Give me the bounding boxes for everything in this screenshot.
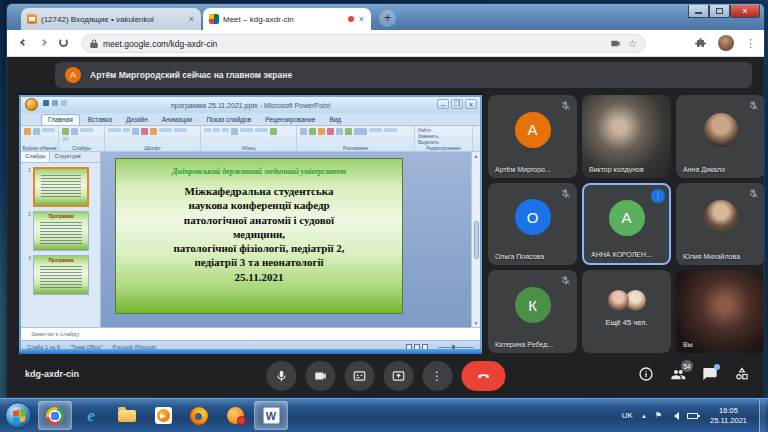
more-options-button[interactable]: ⋮ (422, 361, 452, 391)
participant-tile[interactable]: Юлия Михайлова (676, 183, 765, 266)
participant-tile[interactable]: О Ольга Поясова (488, 183, 577, 266)
address-bar[interactable]: meet.google.com/kdg-axdr-cin ☆ (81, 34, 646, 53)
participants-button[interactable]: 54 (670, 366, 686, 382)
participant-tile[interactable]: А Артём Миргоро... (488, 95, 577, 178)
extensions-icon[interactable] (695, 37, 707, 49)
slide-thumbnail-1[interactable] (33, 167, 89, 207)
quick-access-toolbar[interactable] (43, 100, 67, 106)
recording-dot-icon (348, 16, 354, 22)
tab-view[interactable]: Вид (323, 115, 347, 125)
panel-tab-outline[interactable]: Структура (50, 152, 84, 162)
tab-review[interactable]: Рецензирование (259, 115, 321, 125)
view-buttons[interactable] (406, 344, 428, 350)
participants-count-badge: 54 (681, 360, 693, 372)
taskbar-chrome[interactable] (38, 401, 72, 430)
back-icon[interactable] (20, 39, 27, 46)
ppt-minimize-button[interactable]: – (437, 99, 449, 109)
show-desktop-button[interactable] (759, 399, 766, 432)
leave-call-button[interactable] (461, 361, 505, 391)
avatar-photo (704, 113, 738, 147)
taskbar-firefox[interactable] (182, 401, 216, 430)
tab-animations[interactable]: Анимации (156, 115, 199, 125)
tab-close-icon[interactable]: × (188, 14, 195, 24)
tab-home[interactable]: Главная (41, 114, 80, 125)
ppt-close-button[interactable]: × (465, 99, 477, 109)
participant-tile[interactable]: Виктор колдунов (582, 95, 671, 178)
mic-off-icon (748, 100, 759, 111)
tray-expand-icon[interactable]: ▲ (641, 413, 647, 419)
camera-in-use-icon[interactable] (610, 38, 621, 49)
window-close-button[interactable]: × (730, 5, 760, 18)
forward-icon[interactable] (40, 39, 47, 46)
current-slide: Дніпровський державний медичний універси… (115, 158, 403, 314)
slide-thumbnail-3[interactable]: Программа (33, 255, 89, 295)
reload-icon[interactable] (59, 38, 68, 47)
window-minimize-button[interactable] (688, 5, 709, 18)
tab-title: (12742) Входящие • vakulenkol (41, 15, 184, 24)
slide-thumbnail-2[interactable]: Программа (33, 211, 89, 251)
activities-button[interactable] (734, 366, 750, 382)
profile-avatar[interactable] (718, 35, 734, 51)
chat-button[interactable] (702, 366, 718, 382)
tab-close-icon[interactable]: × (358, 14, 365, 24)
shared-screen[interactable]: программа 25.11.2021.pptx - Microsoft Po… (19, 93, 482, 354)
tab-slideshow[interactable]: Показ слайдов (200, 115, 257, 125)
taskbar-word[interactable]: W (254, 401, 288, 430)
volume-icon[interactable] (670, 412, 679, 420)
taskbar-explorer[interactable] (110, 401, 144, 430)
avatar: А (515, 112, 551, 148)
meet-favicon-icon (209, 14, 219, 24)
status-theme: "Тема Office" (70, 344, 103, 350)
self-view-tile[interactable]: Вы (676, 270, 765, 353)
vertical-scrollbar[interactable]: ▲ ▼ (471, 152, 480, 327)
ribbon-group-paragraph: Абзац (201, 126, 297, 151)
status-slide-count: Слайд 1 из 9 (27, 344, 60, 350)
browser-tab-meet[interactable]: Meet – kdg-axdr-cin × (203, 8, 371, 30)
taskbar-internet-explorer[interactable]: e (74, 401, 108, 430)
presenting-toast: А Артём Миргородский сейчас на главном э… (55, 62, 752, 88)
tab-insert[interactable]: Вставка (82, 115, 118, 125)
desktop: (12742) Входящие • vakulenkol × Meet – k… (0, 0, 768, 432)
browser-menu-icon[interactable]: ⋮ (745, 37, 756, 50)
slide-canvas: Дніпровський державний медичний універси… (101, 152, 480, 327)
taskbar-media-player[interactable]: ▶ (146, 401, 180, 430)
tab-design[interactable]: Дизайн (120, 115, 154, 125)
action-center-flag-icon[interactable]: ⚑ (655, 411, 662, 420)
meeting-details-button[interactable] (638, 366, 654, 382)
window-maximize-button[interactable] (709, 5, 730, 18)
notes-area[interactable]: Заметки к слайду (21, 327, 480, 340)
new-tab-button[interactable]: + (379, 10, 396, 27)
participant-tile[interactable]: К Катерина Ребед... (488, 270, 577, 353)
panel-tab-slides[interactable]: Слайды (21, 152, 50, 162)
browser-tab-mail[interactable]: (12742) Входящие • vakulenkol × (21, 8, 201, 30)
present-button[interactable] (383, 361, 413, 391)
office-button[interactable] (25, 98, 38, 111)
start-button[interactable] (5, 402, 32, 429)
overflow-tile[interactable]: Ещё 45 чел. (582, 270, 671, 353)
battery-icon[interactable] (687, 413, 698, 419)
language-indicator[interactable]: UK (622, 411, 633, 420)
bookmark-star-icon[interactable]: ☆ (628, 38, 637, 49)
zoom-slider[interactable] (438, 347, 474, 348)
captions-button[interactable] (344, 361, 374, 391)
participant-tile-selected[interactable]: А ⋮ АННА КОРОЛЕН... (582, 183, 671, 266)
camera-button[interactable] (305, 361, 335, 391)
tray-clock[interactable]: 16:05 25.11.2021 (706, 406, 751, 426)
toast-avatar: А (65, 67, 81, 83)
participant-tile[interactable]: Анна Дикало (676, 95, 765, 178)
media-player-icon: ▶ (155, 407, 172, 424)
ppt-status-bar: Слайд 1 из 9 "Тема Office" Русский (Росс… (21, 340, 480, 353)
tray-date: 25.11.2021 (710, 416, 747, 426)
slide-header-text: Дніпровський державний медичний універси… (116, 167, 402, 176)
meet-control-bar: kdg-axdr-cin ⋮ (7, 354, 764, 397)
meet-page: А Артём Миргородский сейчас на главном э… (7, 57, 764, 397)
mic-off-icon (560, 188, 571, 199)
tray-time: 16:05 (710, 406, 747, 416)
messenger-icon (227, 407, 244, 424)
meeting-code: kdg-axdr-cin (25, 369, 79, 379)
taskbar-messenger[interactable] (218, 401, 252, 430)
mic-button[interactable] (266, 361, 296, 391)
window-controls: × (688, 5, 760, 18)
tile-menu-icon[interactable]: ⋮ (651, 189, 665, 203)
ppt-maximize-button[interactable]: ❐ (451, 99, 463, 109)
